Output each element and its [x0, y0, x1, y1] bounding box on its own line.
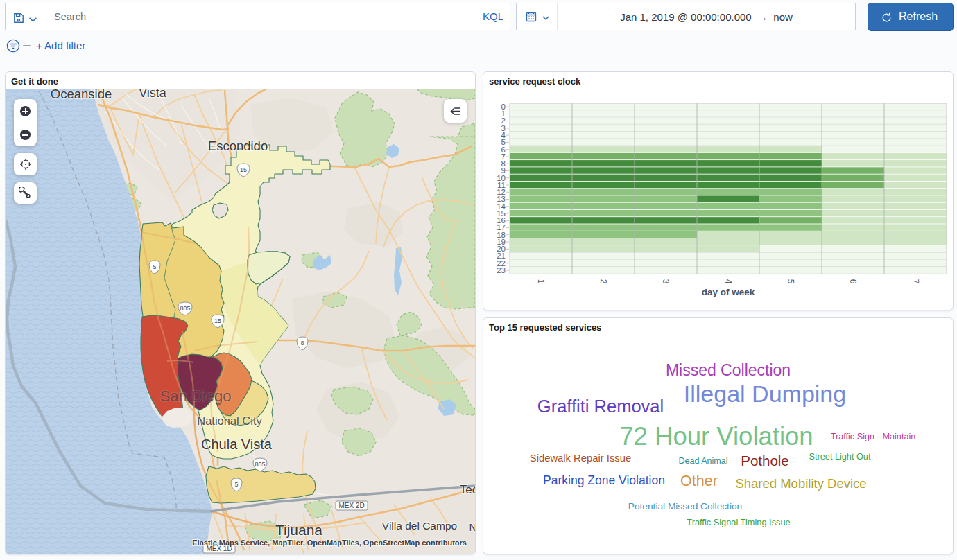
svg-text:Oceanside: Oceanside [51, 89, 112, 101]
svg-text:805: 805 [180, 305, 190, 312]
svg-text:8: 8 [300, 340, 304, 347]
svg-text:Tec: Tec [460, 483, 475, 496]
svg-text:15: 15 [240, 166, 247, 173]
svg-text:Villa del Campo: Villa del Campo [382, 520, 457, 532]
svg-text:Elastic Maps Service, MapTiler: Elastic Maps Service, MapTiler, OpenMapT… [192, 539, 467, 547]
svg-text:5: 5 [153, 263, 156, 270]
svg-text:National City: National City [197, 414, 262, 427]
svg-text:N: N [469, 521, 475, 533]
svg-text:Escondido: Escondido [208, 139, 268, 153]
svg-text:Chula Vista: Chula Vista [201, 437, 273, 452]
svg-text:MEX 2D: MEX 2D [338, 502, 364, 509]
svg-text:15: 15 [214, 317, 221, 324]
svg-text:Tijuana: Tijuana [275, 522, 322, 538]
svg-text:805: 805 [255, 461, 265, 468]
svg-text:Vista: Vista [139, 89, 167, 100]
svg-text:5: 5 [234, 481, 238, 488]
svg-text:San Diego: San Diego [160, 387, 232, 405]
